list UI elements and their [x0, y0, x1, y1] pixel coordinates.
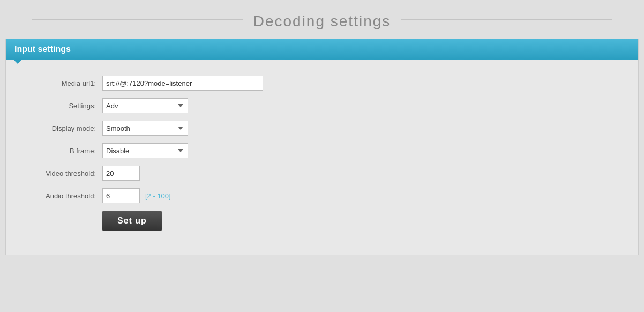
settings-row: Settings: Adv Basic	[17, 98, 627, 113]
form-area: Media url1: Settings: Adv Basic Display …	[6, 60, 638, 255]
display-mode-row: Display mode: Smooth Fast Balanced	[17, 121, 627, 136]
settings-select[interactable]: Adv Basic	[102, 98, 188, 113]
audio-threshold-label: Audio threshold:	[17, 192, 102, 200]
section-header-label: Input settings	[14, 44, 71, 54]
b-frame-label: B frame:	[17, 147, 102, 155]
b-frame-row: B frame: Disable Enable	[17, 143, 627, 158]
audio-threshold-row: Audio threshold: [2 - 100]	[17, 188, 627, 203]
setup-button[interactable]: Set up	[102, 211, 162, 231]
main-container: Input settings Media url1: Settings: Adv…	[5, 39, 639, 255]
video-threshold-input[interactable]	[102, 166, 140, 181]
display-mode-label: Display mode:	[17, 124, 102, 132]
media-url-input[interactable]	[102, 76, 263, 91]
b-frame-select[interactable]: Disable Enable	[102, 143, 188, 158]
page-title: Decoding settings	[243, 13, 402, 30]
audio-range-hint: [2 - 100]	[145, 192, 171, 200]
display-mode-select[interactable]: Smooth Fast Balanced	[102, 121, 188, 136]
settings-label: Settings:	[17, 102, 102, 110]
page-title-section: Decoding settings	[0, 0, 644, 39]
section-header: Input settings	[6, 39, 638, 60]
media-url-label: Media url1:	[17, 79, 102, 87]
audio-threshold-input[interactable]	[102, 188, 140, 203]
video-threshold-label: Video threshold:	[17, 169, 102, 177]
media-url-row: Media url1:	[17, 76, 627, 91]
video-threshold-row: Video threshold:	[17, 166, 627, 181]
setup-row: Set up	[17, 211, 627, 231]
